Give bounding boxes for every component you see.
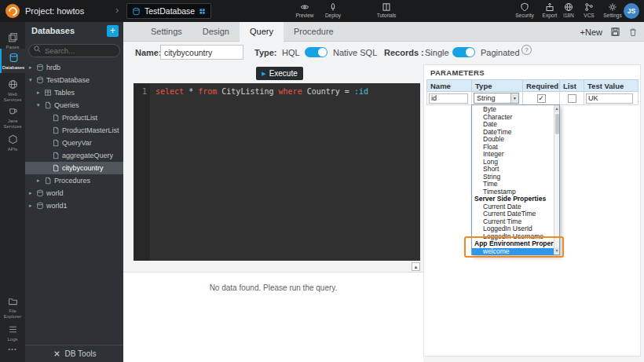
dropdown-option[interactable]: DateTime [472, 129, 554, 137]
execute-button[interactable]: ▶ Execute [256, 67, 303, 80]
list-checkbox[interactable] [568, 94, 576, 103]
dropdown-option[interactable]: Character [472, 114, 554, 122]
preview-button[interactable]: Preview [291, 2, 319, 18]
sidebar-item-pages[interactable]: Pages [0, 28, 25, 50]
dropdown-option[interactable]: LoggedIn Username [472, 233, 554, 241]
dropdown-option[interactable]: String [472, 174, 554, 181]
dropdown-option[interactable]: Current Date [472, 203, 554, 211]
new-query-button[interactable]: +New [580, 27, 602, 37]
tab-query[interactable]: Query [240, 22, 284, 42]
scroll-up-icon[interactable]: ▲ [554, 105, 559, 112]
save-button[interactable] [610, 27, 620, 37]
sql-editor[interactable]: 1 select * from CityListing where Countr… [134, 83, 420, 261]
collapse-editor-button[interactable]: ▴ [412, 262, 420, 271]
tree-item-citybycountry[interactable]: citybycountry [25, 162, 123, 174]
tab-settings[interactable]: Settings [141, 22, 192, 42]
sql-code[interactable]: select * from CityListing where Country … [150, 83, 368, 261]
tab-procedure[interactable]: Procedure [284, 22, 344, 42]
select-caret-icon[interactable]: ▾ [510, 93, 518, 103]
scroll-down-icon[interactable]: ▼ [554, 247, 559, 254]
dropdown-option[interactable]: Date [472, 121, 554, 129]
delete-button[interactable] [628, 27, 638, 37]
i18n-button[interactable]: i18N [558, 2, 580, 18]
param-type-select[interactable]: String ▾ [474, 93, 519, 104]
document-icon [44, 177, 52, 185]
expand-icon[interactable]: ▸ [29, 190, 36, 196]
records-option-paginated[interactable]: Paginated [481, 48, 520, 57]
dropdown-option[interactable]: Float [472, 144, 554, 152]
tree-item-aggregatequery[interactable]: aggregateQuery [25, 149, 123, 162]
tree-item-world1[interactable]: ▸ world1 [25, 199, 123, 212]
tree-item-tables[interactable]: ▸ Tables [25, 86, 123, 99]
tree-item-procedures[interactable]: ▸ Procedures [25, 174, 123, 187]
db-tools-label: DB Tools [65, 349, 97, 358]
panel-title: Databases [31, 26, 75, 35]
tree-item-productlist[interactable]: ProductList [25, 112, 123, 124]
java-services-label: Java Services [0, 119, 25, 129]
vcs-button[interactable]: VCS [578, 2, 600, 18]
tab-design[interactable]: Design [192, 22, 240, 42]
expand-icon[interactable]: ▸ [29, 203, 36, 209]
collapse-icon[interactable]: ▾ [29, 77, 36, 83]
type-option-native-sql[interactable]: Native SQL [333, 48, 377, 57]
records-label: Records : [384, 48, 424, 57]
vcs-label: VCS [578, 13, 600, 18]
collapse-icon[interactable]: ▾ [37, 102, 44, 108]
dropdown-option[interactable]: Current Time [472, 218, 554, 226]
dropdown-option[interactable]: Integer [472, 151, 554, 159]
dropdown-option[interactable]: Short [472, 166, 554, 174]
records-toggle[interactable] [452, 47, 475, 57]
search-input[interactable] [28, 44, 120, 57]
tutorials-label: Tutorials [369, 13, 404, 18]
user-avatar[interactable]: JS [624, 3, 639, 19]
tree-item-world[interactable]: ▸ world [25, 187, 123, 199]
dropdown-scrollbar[interactable]: ▲ ▼ [554, 105, 559, 254]
dropdown-option[interactable]: Timestamp [472, 188, 554, 196]
database-selector[interactable]: TestDatabase [126, 3, 211, 19]
databases-label: Databases [2, 65, 25, 71]
document-icon [52, 164, 60, 172]
type-option-hql[interactable]: HQL [282, 48, 300, 57]
deploy-button[interactable]: Deploy [319, 2, 347, 18]
sidebar-item-web-services[interactable]: Web Services [0, 75, 25, 102]
sidebar-item-file-explorer[interactable]: File Explorer [0, 292, 25, 319]
settings-button[interactable]: Settings [598, 2, 627, 18]
expand-icon[interactable]: ▸ [29, 64, 36, 71]
scrollbar-thumb[interactable] [555, 114, 559, 134]
expand-icon[interactable]: ▸ [37, 177, 44, 184]
add-database-button[interactable]: + [107, 25, 119, 37]
dropdown-option-selected[interactable]: welcome [472, 248, 554, 256]
dropdown-option[interactable]: Double [472, 136, 554, 144]
records-option-single[interactable]: Single [425, 48, 449, 57]
test-value-input[interactable] [586, 93, 633, 104]
expand-icon[interactable]: ▸ [37, 90, 44, 96]
tree-item-queries[interactable]: ▾ Queries [25, 99, 123, 112]
tree-item-hrdb[interactable]: ▸ hrdb [25, 61, 123, 74]
security-button[interactable]: Security [510, 2, 539, 18]
dropdown-option[interactable]: Current DateTime [472, 210, 554, 218]
tree-item-productmasterlist[interactable]: ProductMasterList [25, 124, 123, 137]
grid-icon[interactable] [199, 8, 206, 15]
sidebar-item-logs[interactable]: Logs [0, 320, 25, 342]
sidebar-item-java-services[interactable]: Java Services [0, 102, 25, 129]
dropdown-option[interactable]: LoggedIn UserId [472, 225, 554, 233]
sidebar-item-apis[interactable]: APIs [0, 130, 25, 152]
database-icon [9, 53, 19, 63]
db-tools-button[interactable]: DB Tools [25, 345, 123, 362]
query-name-input[interactable] [160, 45, 243, 60]
required-checkbox[interactable]: ✓ [537, 94, 546, 103]
tutorials-button[interactable]: Tutorials [369, 2, 404, 18]
table-header-row: Name Type Required List Test Value [426, 79, 639, 92]
dropdown-option[interactable]: Byte [472, 106, 554, 114]
help-icon[interactable]: ? [521, 45, 532, 55]
sidebar-item-databases[interactable]: Databases [0, 49, 25, 73]
toggle-knob [466, 48, 474, 57]
dropdown-option[interactable]: Long [472, 159, 554, 166]
wavemaker-logo-icon[interactable] [5, 4, 20, 18]
more-button[interactable]: ••• [0, 346, 25, 353]
tree-item-testdatabase[interactable]: ▾ TestDatabase [25, 74, 123, 86]
dropdown-option[interactable]: Time [472, 181, 554, 188]
tree-item-queryvar[interactable]: QueryVar [25, 137, 123, 149]
type-toggle[interactable] [305, 47, 327, 57]
param-name-input[interactable] [429, 93, 468, 104]
